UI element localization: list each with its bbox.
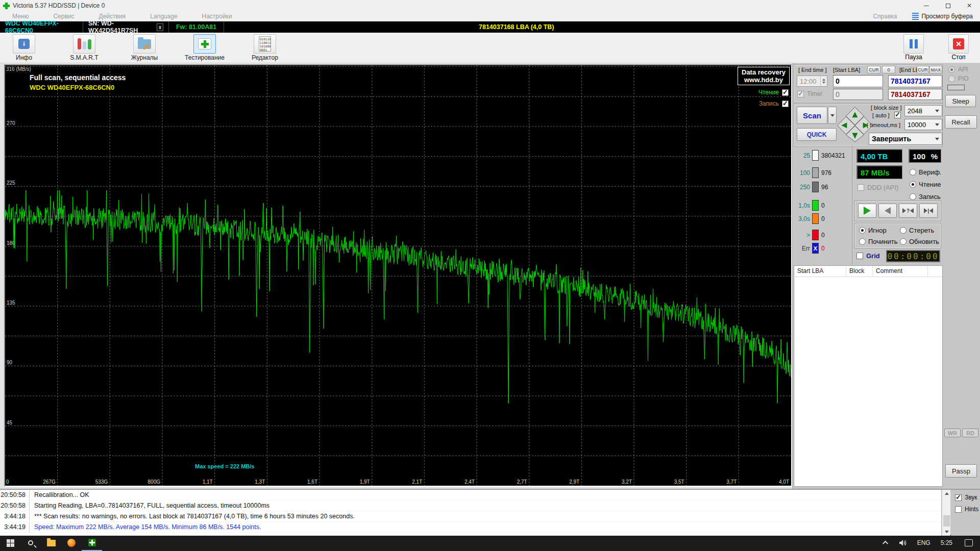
pause-button[interactable]: Пауза — [899, 33, 928, 63]
toolbar-editor-button[interactable]: 010110 110011 101000 0001 Редактор — [245, 33, 285, 61]
taskbar-search-button[interactable] — [20, 535, 41, 551]
taskbar-firefox-button[interactable] — [61, 535, 82, 551]
end-lba-input[interactable]: 7814037167 — [888, 75, 942, 87]
menu-item-service[interactable]: Сервис — [41, 13, 86, 20]
pio-option[interactable]: PIO — [948, 75, 969, 82]
auto-checkbox[interactable] — [894, 112, 901, 118]
start-button[interactable] — [0, 535, 20, 551]
toolbar-testing-button[interactable]: Тестирование — [185, 33, 225, 61]
scan-dropdown-button[interactable] — [828, 107, 837, 124]
hist-err-block-icon: X — [812, 243, 819, 254]
pio-radio[interactable] — [948, 76, 955, 82]
notifications-button[interactable] — [958, 535, 980, 551]
close-button[interactable]: ✕ — [959, 0, 980, 11]
scroll-up-icon[interactable] — [942, 490, 951, 497]
volume-button[interactable] — [895, 535, 912, 551]
hints-option[interactable]: Hints — [955, 506, 980, 513]
end-cur-button[interactable]: CUR — [917, 66, 929, 73]
device-close-button[interactable]: x — [157, 23, 163, 31]
erase-radio[interactable] — [900, 227, 906, 234]
sleep-button[interactable]: Sleep — [945, 95, 976, 107]
start-lba-input2[interactable]: 0 — [833, 89, 883, 100]
block-size-label: [ block size ] — [871, 105, 902, 111]
start-cur-button[interactable]: CUR — [867, 66, 880, 73]
col-block[interactable]: Block — [846, 266, 873, 277]
finish-action-select[interactable]: Завершить — [869, 133, 942, 145]
search-icon — [28, 540, 33, 545]
timer-option[interactable]: Timer — [797, 90, 822, 97]
recall-button[interactable]: Recall — [945, 115, 977, 129]
log-scrollbar[interactable] — [942, 490, 950, 536]
stop-button[interactable]: ✕ Стоп — [944, 33, 973, 63]
minimize-button[interactable] — [916, 0, 937, 11]
file-explorer-icon — [47, 540, 56, 546]
col-comment[interactable]: Comment — [873, 266, 928, 277]
clock[interactable]: 5:25 — [936, 539, 958, 546]
scroll-down-icon[interactable] — [942, 528, 951, 536]
log-area[interactable]: 20:50:58 Recallibration... OK 20:50:58 S… — [0, 490, 942, 536]
mode-read-option[interactable]: Чтение — [910, 181, 941, 188]
menu-item-actions[interactable]: Действия — [87, 13, 138, 20]
start-lba-input[interactable]: 0 — [833, 75, 883, 87]
menu-item-language[interactable]: Language — [138, 13, 189, 20]
block-size-select[interactable]: 2048 — [904, 105, 942, 116]
mode-verify-option[interactable]: Вериф. — [910, 168, 942, 176]
wr-button[interactable]: WR — [944, 429, 961, 437]
menu-item-menu[interactable]: Меню — [0, 13, 41, 20]
toolbar-info-button[interactable]: i Инфо — [4, 33, 44, 61]
spinner-arrows-icon[interactable] — [820, 76, 827, 86]
repair-radio[interactable] — [859, 238, 866, 245]
col-start-lba[interactable]: Start LBA — [794, 266, 846, 277]
mode-write-option[interactable]: Запись — [910, 193, 941, 201]
grid-checkbox[interactable] — [856, 253, 863, 259]
end-lba-input2[interactable]: 7814037167 — [888, 89, 942, 100]
tray-expand-button[interactable] — [877, 535, 895, 551]
read-radio[interactable] — [910, 181, 916, 188]
play-button[interactable] — [858, 204, 876, 218]
rd-button[interactable]: RD — [962, 429, 978, 437]
seek-end-button[interactable]: | — [919, 204, 938, 218]
quick-button[interactable]: QUICK — [797, 128, 837, 141]
end-time-spinner[interactable]: 12:00 — [797, 76, 827, 87]
passp-button[interactable]: Passp — [945, 464, 977, 478]
refresh-radio[interactable] — [900, 238, 906, 245]
taskbar-victoria-button[interactable] — [82, 535, 102, 551]
erase-option[interactable]: Стереть — [900, 227, 934, 234]
menu-item-help[interactable]: Справка — [857, 13, 912, 20]
scan-button[interactable]: Scan — [797, 107, 827, 124]
refresh-option[interactable]: Обновить — [900, 238, 939, 245]
read-checkbox[interactable] — [782, 89, 789, 96]
sound-option[interactable]: Звук — [955, 494, 980, 501]
verify-radio[interactable] — [910, 169, 916, 176]
repair-option[interactable]: Починить — [859, 238, 898, 245]
toolbar-smart-button[interactable]: S.M.A.R.T — [64, 33, 104, 61]
device-model[interactable]: WDC WD40EFPX-68C6CN0 — [0, 21, 83, 33]
api-option[interactable]: API — [948, 66, 968, 73]
toolbar-journals-button[interactable]: Журналы — [125, 33, 164, 61]
back-button[interactable] — [878, 204, 897, 218]
write-checkbox[interactable] — [782, 101, 789, 107]
start-zero-button[interactable]: 0 — [882, 66, 895, 73]
grid-option[interactable]: Grid — [856, 252, 880, 260]
hist-row-err: Err X 0 — [793, 243, 825, 254]
sound-checkbox[interactable] — [955, 494, 962, 501]
language-indicator[interactable]: ENG — [912, 539, 936, 546]
svg-text:267G: 267G — [43, 479, 56, 485]
ddd-option[interactable]: DDD (API) — [857, 184, 898, 191]
ignore-radio[interactable] — [859, 227, 866, 234]
api-radio[interactable] — [948, 66, 955, 73]
ddd-checkbox[interactable] — [857, 184, 864, 191]
menu-item-settings[interactable]: Настройки — [190, 13, 244, 20]
seek-error-button[interactable]: ? — [899, 204, 917, 218]
ignore-option[interactable]: Игнор — [859, 227, 887, 234]
hints-checkbox[interactable] — [955, 506, 962, 513]
taskbar-explorer-button[interactable] — [41, 535, 61, 551]
write-radio[interactable] — [910, 193, 916, 200]
buffer-view-button[interactable]: Просмотр буфера — [912, 13, 980, 20]
timeout-select[interactable]: 10000 — [904, 119, 942, 130]
maximize-button[interactable] — [937, 0, 959, 11]
scroll-thumb[interactable] — [943, 515, 950, 527]
end-max-button[interactable]: MAX — [929, 66, 942, 73]
hist-row-100: 100 976 — [793, 167, 831, 178]
timer-checkbox[interactable] — [797, 91, 804, 97]
